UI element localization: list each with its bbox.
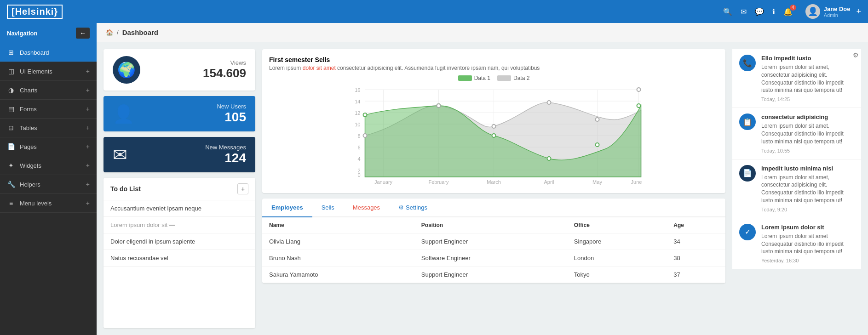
new-messages-stat-card: ✉ New Messages 124 <box>103 137 255 172</box>
notif-check-icon: ✓ <box>739 224 756 240</box>
user-info: Jane Doe Admin <box>824 6 851 18</box>
left-column: 🌍 Views 154.609 👤 New Users 105 <box>103 49 255 328</box>
todo-item: Dolor eligendi in ipsum sapiente <box>103 233 255 250</box>
todo-add-button[interactable]: + <box>237 183 248 194</box>
chat-icon[interactable]: 💬 <box>755 7 764 16</box>
main-layout: Navigation ← ⊞ Dashboard ◫ UI Elements +… <box>0 23 868 335</box>
svg-text:14: 14 <box>355 99 360 104</box>
search-icon[interactable]: 🔍 <box>723 7 732 16</box>
expand-icon: + <box>86 68 90 75</box>
table-row: Olivia Liang Support Engineer Singapore … <box>262 233 725 250</box>
expand-icon: + <box>86 162 90 169</box>
page-title: Dashboard <box>122 28 158 36</box>
sidebar-item-label: Widgets <box>20 162 86 169</box>
sidebar-item-widgets[interactable]: ✦ Widgets + <box>0 156 97 175</box>
tab-bar: Employees Sells Messages ⚙ Settings <box>262 199 725 217</box>
forms-icon: ▤ <box>7 105 15 113</box>
sidebar-item-pages[interactable]: 📄 Pages + <box>0 137 97 156</box>
top-navigation: [Helsinki} 🔍 ✉ 💬 ℹ 🔔 4 👤 Jane Doe Admin … <box>0 0 868 23</box>
sidebar-item-label: Charts <box>20 87 86 94</box>
svg-text:0: 0 <box>357 172 360 178</box>
expand-icon: + <box>86 124 90 131</box>
cell-office: Singapore <box>567 233 667 250</box>
settings-label: Settings <box>406 204 427 211</box>
new-users-label: New Users <box>217 103 246 110</box>
cell-age: 34 <box>667 233 725 250</box>
new-messages-value: 124 <box>205 151 246 165</box>
sidebar-item-forms[interactable]: ▤ Forms + <box>0 100 97 119</box>
svg-text:6: 6 <box>357 145 360 150</box>
sidebar-back-button[interactable]: ← <box>76 28 90 39</box>
breadcrumb: 🏠 / Dashboard <box>97 23 868 42</box>
center-column: First semester Sells Lorem ipsum dolor s… <box>262 49 725 328</box>
legend-item-data1: Data 1 <box>458 75 490 81</box>
mail-icon[interactable]: ✉ <box>741 7 747 16</box>
svg-text:10: 10 <box>355 122 360 127</box>
notif-phone-icon: 📞 <box>739 55 756 71</box>
notif-title: Impedit iusto minima nisi <box>761 165 854 172</box>
bell-badge: 4 <box>790 5 796 11</box>
cell-position: Support Engineer <box>414 267 567 283</box>
helpers-icon: 🔧 <box>7 181 15 188</box>
cell-position: Support Engineer <box>414 233 567 250</box>
chart-svg: 16 14 12 10 8 6 4 2 0 January February <box>269 85 719 186</box>
new-messages-stat-info: New Messages 124 <box>205 144 246 165</box>
todo-item: Natus recusandae vel <box>103 250 255 267</box>
nav-icons: 🔍 ✉ 💬 ℹ 🔔 4 👤 Jane Doe Admin + <box>723 4 861 19</box>
cell-name: Sakura Yamamoto <box>262 267 414 283</box>
tab-messages[interactable]: Messages <box>344 199 389 217</box>
settings-gear-icon: ⚙ <box>398 204 404 211</box>
expand-icon: + <box>86 181 90 188</box>
cell-position: Software Engineer <box>414 250 567 267</box>
sidebar-item-helpers[interactable]: 🔧 Helpers + <box>0 175 97 194</box>
notification-item: 📄 Impedit iusto minima nisi Lorem ipsum … <box>732 159 861 218</box>
chart-legend: Data 1 Data 2 <box>269 75 719 81</box>
dashboard-icon: ⊞ <box>7 49 15 56</box>
sidebar-item-dashboard[interactable]: ⊞ Dashboard <box>0 43 97 62</box>
info-icon[interactable]: ℹ <box>772 7 775 16</box>
panel-settings-icon[interactable]: ⚙ <box>851 49 861 61</box>
svg-text:June: June <box>631 179 642 185</box>
chart-subtitle-link[interactable]: dolor sit amet <box>303 65 336 71</box>
svg-point-35 <box>363 134 367 137</box>
table-card: Employees Sells Messages ⚙ Settings Name <box>262 199 725 283</box>
svg-text:4: 4 <box>357 156 360 162</box>
notif-body: Lorem ipsum dolor sit amet Consequatur d… <box>761 233 854 256</box>
tab-employees[interactable]: Employees <box>262 199 312 217</box>
table-row: Sakura Yamamoto Support Engineer Tokyo 3… <box>262 267 725 283</box>
sidebar-item-label: Pages <box>20 143 86 150</box>
notif-body: Lorem ipsum dolor sit amet. Consequatur … <box>761 122 854 145</box>
expand-icon: + <box>86 199 90 207</box>
svg-point-31 <box>492 134 496 137</box>
svg-text:February: February <box>428 179 449 185</box>
legend-label: Data 1 <box>474 75 490 81</box>
sidebar-item-tables[interactable]: ⊟ Tables + <box>0 119 97 137</box>
menu-levels-icon: ≡ <box>7 199 15 207</box>
sidebar-item-menu-levels[interactable]: ≡ Menu levels + <box>0 194 97 213</box>
todo-card: To do List + Accusantium eveniet ipsam n… <box>103 178 255 328</box>
svg-point-36 <box>437 104 441 108</box>
todo-title: To do List <box>110 185 141 193</box>
svg-point-39 <box>596 118 599 121</box>
col-header-position: Position <box>414 217 567 233</box>
legend-item-data2: Data 2 <box>497 75 529 81</box>
notif-body: Lorem ipsum dolor sit amet, consectetur … <box>761 63 854 94</box>
user-plus-button[interactable]: + <box>856 7 861 17</box>
bell-icon[interactable]: 🔔 4 <box>783 7 793 16</box>
sidebar-item-ui-elements[interactable]: ◫ UI Elements + <box>0 62 97 81</box>
sidebar-item-label: Menu levels <box>20 200 86 207</box>
globe-icon: 🌍 <box>113 56 140 84</box>
views-stat-info: Views 154.609 <box>203 59 246 80</box>
tab-settings[interactable]: ⚙ Settings <box>389 199 437 217</box>
notif-time: Today, 10:55 <box>761 148 854 153</box>
svg-point-33 <box>596 143 599 147</box>
tab-sells[interactable]: Sells <box>312 199 344 217</box>
svg-point-38 <box>547 101 551 104</box>
svg-text:16: 16 <box>355 87 360 93</box>
content-area: 🏠 / Dashboard 🌍 Views 154.609 👤 <box>97 23 868 335</box>
notif-time: Today, 9:20 <box>761 207 854 212</box>
new-messages-label: New Messages <box>205 144 246 151</box>
sidebar-item-charts[interactable]: ◑ Charts + <box>0 81 97 100</box>
user-role: Admin <box>824 12 851 18</box>
svg-point-29 <box>363 113 367 117</box>
